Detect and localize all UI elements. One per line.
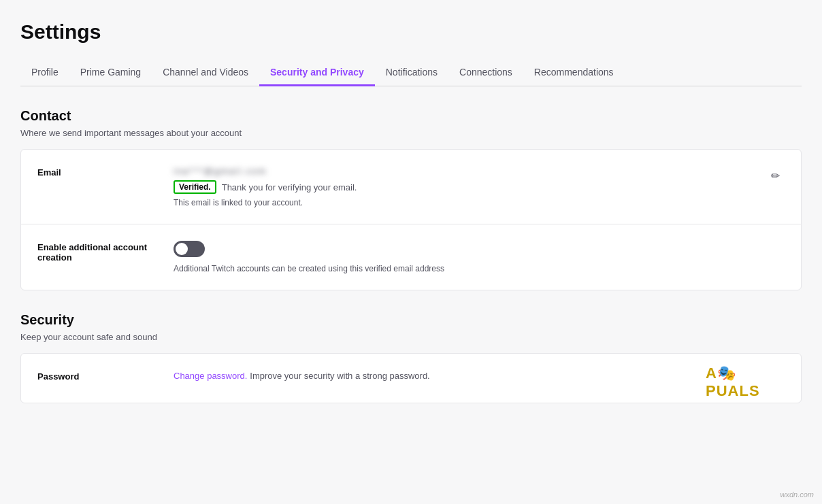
change-password-link[interactable]: Change password.	[174, 371, 247, 381]
security-section-subtitle: Keep your account safe and sound	[20, 332, 802, 342]
password-row: Password Change password. Improve your s…	[21, 354, 801, 403]
verified-row: Verified. Thank you for verifying your e…	[174, 180, 766, 194]
tab-security-and-privacy[interactable]: Security and Privacy	[259, 60, 375, 86]
page-title: Settings	[20, 20, 802, 44]
watermark: wxdn.com	[780, 490, 814, 499]
tab-recommendations[interactable]: Recommendations	[523, 60, 625, 86]
email-content: ina***@gmail.com Verified. Thank you for…	[174, 166, 766, 207]
email-label: Email	[37, 166, 174, 178]
appuals-logo: A🎭PUALS	[706, 362, 787, 403]
enable-account-content: Additional Twitch accounts can be create…	[174, 241, 785, 273]
tab-channel-and-videos[interactable]: Channel and Videos	[152, 60, 259, 86]
verified-text: Thank you for verifying your email.	[222, 182, 357, 192]
tab-profile[interactable]: Profile	[20, 60, 69, 86]
contact-section-subtitle: Where we send important messages about y…	[20, 128, 802, 138]
toggle-row-top	[174, 241, 785, 257]
password-description: Improve your security with a strong pass…	[250, 371, 429, 381]
email-edit-action: ✏	[766, 166, 785, 185]
security-card: Password Change password. Improve your s…	[20, 353, 802, 403]
security-section-title: Security	[20, 312, 802, 328]
password-label: Password	[37, 370, 174, 382]
tab-connections[interactable]: Connections	[448, 60, 523, 86]
password-content: Change password. Improve your security w…	[174, 370, 785, 381]
contact-section-title: Contact	[20, 108, 802, 124]
edit-email-button[interactable]: ✏	[766, 166, 785, 185]
enable-account-label: Enable additional account creation	[37, 241, 174, 263]
toggle-slider	[174, 241, 205, 257]
verified-badge: Verified.	[174, 180, 216, 194]
contact-card: Email ina***@gmail.com Verified. Thank y…	[20, 149, 802, 290]
email-row: Email ina***@gmail.com Verified. Thank y…	[21, 150, 801, 224]
enable-account-creation-row: Enable additional account creation Addit…	[21, 224, 801, 290]
nav-tabs: Profile Prime Gaming Channel and Videos …	[20, 60, 802, 86]
enable-account-toggle[interactable]	[174, 241, 205, 257]
tab-prime-gaming[interactable]: Prime Gaming	[69, 60, 152, 86]
email-value: ina***@gmail.com	[174, 166, 766, 176]
toggle-description: Additional Twitch accounts can be create…	[174, 264, 785, 273]
email-linked-text: This email is linked to your account.	[174, 198, 766, 207]
tab-notifications[interactable]: Notifications	[375, 60, 448, 86]
appuals-text: A🎭PUALS	[706, 365, 787, 400]
